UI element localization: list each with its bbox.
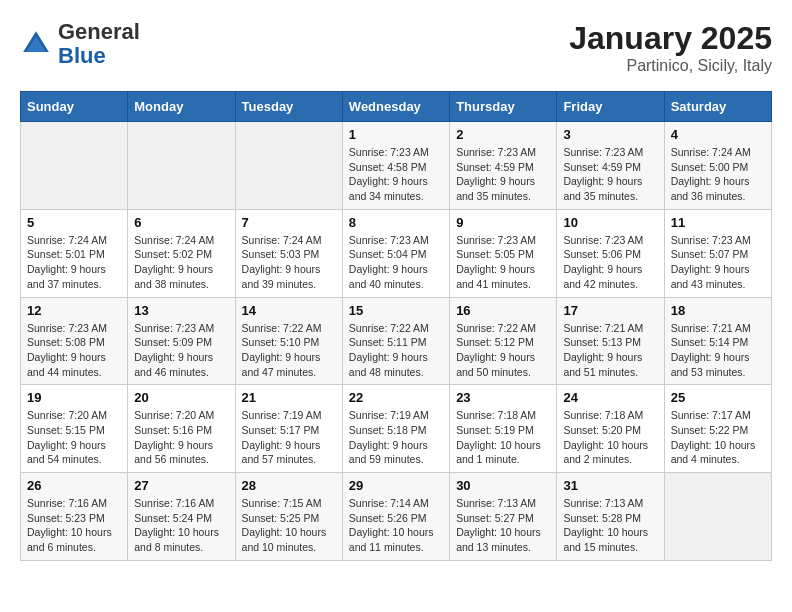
cell-info: Sunrise: 7:23 AM Sunset: 5:07 PM Dayligh… (671, 233, 765, 292)
page-header: General Blue January 2025 Partinico, Sic… (20, 20, 772, 75)
day-number: 22 (349, 390, 443, 405)
calendar-cell: 13Sunrise: 7:23 AM Sunset: 5:09 PM Dayli… (128, 297, 235, 385)
cell-info: Sunrise: 7:13 AM Sunset: 5:28 PM Dayligh… (563, 496, 657, 555)
day-number: 17 (563, 303, 657, 318)
cell-info: Sunrise: 7:23 AM Sunset: 4:59 PM Dayligh… (456, 145, 550, 204)
day-number: 1 (349, 127, 443, 142)
cell-info: Sunrise: 7:19 AM Sunset: 5:17 PM Dayligh… (242, 408, 336, 467)
calendar-cell: 26Sunrise: 7:16 AM Sunset: 5:23 PM Dayli… (21, 473, 128, 561)
day-number: 30 (456, 478, 550, 493)
cell-info: Sunrise: 7:23 AM Sunset: 5:08 PM Dayligh… (27, 321, 121, 380)
day-number: 19 (27, 390, 121, 405)
cell-info: Sunrise: 7:24 AM Sunset: 5:01 PM Dayligh… (27, 233, 121, 292)
cell-info: Sunrise: 7:23 AM Sunset: 5:09 PM Dayligh… (134, 321, 228, 380)
calendar-cell: 8Sunrise: 7:23 AM Sunset: 5:04 PM Daylig… (342, 209, 449, 297)
cell-info: Sunrise: 7:20 AM Sunset: 5:16 PM Dayligh… (134, 408, 228, 467)
weekday-header-saturday: Saturday (664, 92, 771, 122)
cell-info: Sunrise: 7:22 AM Sunset: 5:10 PM Dayligh… (242, 321, 336, 380)
calendar-cell: 6Sunrise: 7:24 AM Sunset: 5:02 PM Daylig… (128, 209, 235, 297)
cell-info: Sunrise: 7:23 AM Sunset: 4:59 PM Dayligh… (563, 145, 657, 204)
calendar-cell: 11Sunrise: 7:23 AM Sunset: 5:07 PM Dayli… (664, 209, 771, 297)
calendar-cell (21, 122, 128, 210)
calendar-cell: 5Sunrise: 7:24 AM Sunset: 5:01 PM Daylig… (21, 209, 128, 297)
calendar-cell: 25Sunrise: 7:17 AM Sunset: 5:22 PM Dayli… (664, 385, 771, 473)
day-number: 24 (563, 390, 657, 405)
day-number: 7 (242, 215, 336, 230)
calendar-cell: 10Sunrise: 7:23 AM Sunset: 5:06 PM Dayli… (557, 209, 664, 297)
calendar-cell: 28Sunrise: 7:15 AM Sunset: 5:25 PM Dayli… (235, 473, 342, 561)
cell-info: Sunrise: 7:21 AM Sunset: 5:14 PM Dayligh… (671, 321, 765, 380)
calendar-cell: 16Sunrise: 7:22 AM Sunset: 5:12 PM Dayli… (450, 297, 557, 385)
calendar-cell: 18Sunrise: 7:21 AM Sunset: 5:14 PM Dayli… (664, 297, 771, 385)
calendar-cell: 29Sunrise: 7:14 AM Sunset: 5:26 PM Dayli… (342, 473, 449, 561)
calendar-cell: 31Sunrise: 7:13 AM Sunset: 5:28 PM Dayli… (557, 473, 664, 561)
calendar-cell: 17Sunrise: 7:21 AM Sunset: 5:13 PM Dayli… (557, 297, 664, 385)
day-number: 23 (456, 390, 550, 405)
day-number: 15 (349, 303, 443, 318)
day-number: 31 (563, 478, 657, 493)
day-number: 18 (671, 303, 765, 318)
calendar-cell: 1Sunrise: 7:23 AM Sunset: 4:58 PM Daylig… (342, 122, 449, 210)
day-number: 14 (242, 303, 336, 318)
cell-info: Sunrise: 7:18 AM Sunset: 5:20 PM Dayligh… (563, 408, 657, 467)
day-number: 2 (456, 127, 550, 142)
cell-info: Sunrise: 7:14 AM Sunset: 5:26 PM Dayligh… (349, 496, 443, 555)
day-number: 5 (27, 215, 121, 230)
weekday-header-thursday: Thursday (450, 92, 557, 122)
cell-info: Sunrise: 7:17 AM Sunset: 5:22 PM Dayligh… (671, 408, 765, 467)
calendar-week-row: 12Sunrise: 7:23 AM Sunset: 5:08 PM Dayli… (21, 297, 772, 385)
day-number: 12 (27, 303, 121, 318)
calendar-week-row: 5Sunrise: 7:24 AM Sunset: 5:01 PM Daylig… (21, 209, 772, 297)
cell-info: Sunrise: 7:18 AM Sunset: 5:19 PM Dayligh… (456, 408, 550, 467)
day-number: 13 (134, 303, 228, 318)
calendar-cell: 3Sunrise: 7:23 AM Sunset: 4:59 PM Daylig… (557, 122, 664, 210)
day-number: 20 (134, 390, 228, 405)
cell-info: Sunrise: 7:15 AM Sunset: 5:25 PM Dayligh… (242, 496, 336, 555)
calendar-cell: 27Sunrise: 7:16 AM Sunset: 5:24 PM Dayli… (128, 473, 235, 561)
calendar-cell: 15Sunrise: 7:22 AM Sunset: 5:11 PM Dayli… (342, 297, 449, 385)
calendar-table: SundayMondayTuesdayWednesdayThursdayFrid… (20, 91, 772, 561)
cell-info: Sunrise: 7:21 AM Sunset: 5:13 PM Dayligh… (563, 321, 657, 380)
calendar-cell (235, 122, 342, 210)
cell-info: Sunrise: 7:24 AM Sunset: 5:00 PM Dayligh… (671, 145, 765, 204)
day-number: 6 (134, 215, 228, 230)
weekday-header-row: SundayMondayTuesdayWednesdayThursdayFrid… (21, 92, 772, 122)
cell-info: Sunrise: 7:22 AM Sunset: 5:12 PM Dayligh… (456, 321, 550, 380)
calendar-cell: 23Sunrise: 7:18 AM Sunset: 5:19 PM Dayli… (450, 385, 557, 473)
calendar-cell: 12Sunrise: 7:23 AM Sunset: 5:08 PM Dayli… (21, 297, 128, 385)
calendar-cell (664, 473, 771, 561)
weekday-header-sunday: Sunday (21, 92, 128, 122)
calendar-week-row: 1Sunrise: 7:23 AM Sunset: 4:58 PM Daylig… (21, 122, 772, 210)
weekday-header-monday: Monday (128, 92, 235, 122)
calendar-cell: 9Sunrise: 7:23 AM Sunset: 5:05 PM Daylig… (450, 209, 557, 297)
cell-info: Sunrise: 7:23 AM Sunset: 5:04 PM Dayligh… (349, 233, 443, 292)
calendar-cell: 14Sunrise: 7:22 AM Sunset: 5:10 PM Dayli… (235, 297, 342, 385)
calendar-cell: 2Sunrise: 7:23 AM Sunset: 4:59 PM Daylig… (450, 122, 557, 210)
calendar-cell: 7Sunrise: 7:24 AM Sunset: 5:03 PM Daylig… (235, 209, 342, 297)
day-number: 29 (349, 478, 443, 493)
weekday-header-tuesday: Tuesday (235, 92, 342, 122)
calendar-cell: 22Sunrise: 7:19 AM Sunset: 5:18 PM Dayli… (342, 385, 449, 473)
day-number: 21 (242, 390, 336, 405)
cell-info: Sunrise: 7:24 AM Sunset: 5:02 PM Dayligh… (134, 233, 228, 292)
cell-info: Sunrise: 7:20 AM Sunset: 5:15 PM Dayligh… (27, 408, 121, 467)
calendar-week-row: 26Sunrise: 7:16 AM Sunset: 5:23 PM Dayli… (21, 473, 772, 561)
day-number: 8 (349, 215, 443, 230)
cell-info: Sunrise: 7:23 AM Sunset: 5:05 PM Dayligh… (456, 233, 550, 292)
logo-icon (20, 28, 52, 60)
month-title: January 2025 (569, 20, 772, 57)
title-block: January 2025 Partinico, Sicily, Italy (569, 20, 772, 75)
weekday-header-friday: Friday (557, 92, 664, 122)
calendar-cell: 30Sunrise: 7:13 AM Sunset: 5:27 PM Dayli… (450, 473, 557, 561)
logo-general-text: General (58, 19, 140, 44)
cell-info: Sunrise: 7:13 AM Sunset: 5:27 PM Dayligh… (456, 496, 550, 555)
day-number: 4 (671, 127, 765, 142)
day-number: 27 (134, 478, 228, 493)
cell-info: Sunrise: 7:16 AM Sunset: 5:23 PM Dayligh… (27, 496, 121, 555)
cell-info: Sunrise: 7:23 AM Sunset: 5:06 PM Dayligh… (563, 233, 657, 292)
calendar-cell: 21Sunrise: 7:19 AM Sunset: 5:17 PM Dayli… (235, 385, 342, 473)
calendar-cell: 19Sunrise: 7:20 AM Sunset: 5:15 PM Dayli… (21, 385, 128, 473)
day-number: 16 (456, 303, 550, 318)
calendar-week-row: 19Sunrise: 7:20 AM Sunset: 5:15 PM Dayli… (21, 385, 772, 473)
calendar-cell: 4Sunrise: 7:24 AM Sunset: 5:00 PM Daylig… (664, 122, 771, 210)
